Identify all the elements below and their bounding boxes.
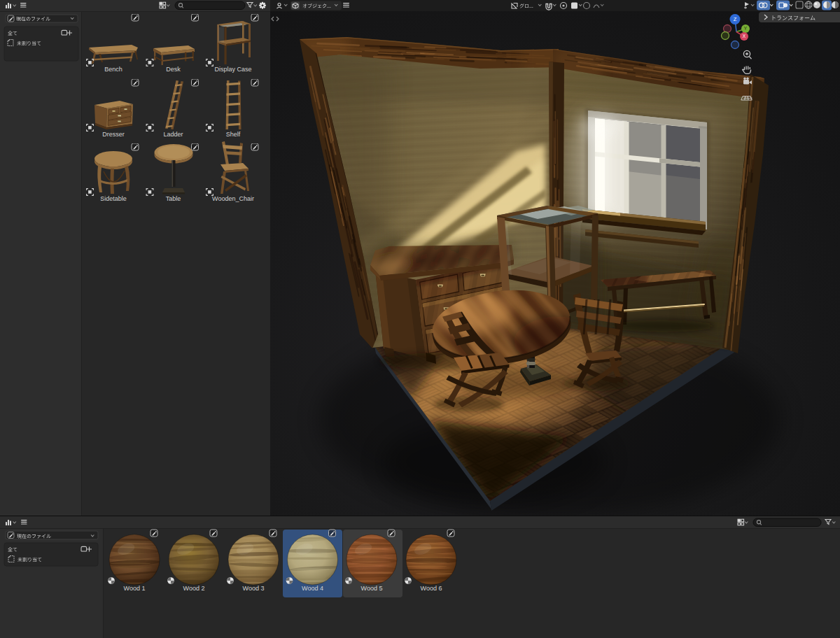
svg-text:X: X xyxy=(743,34,746,38)
svg-text:Y: Y xyxy=(744,26,748,31)
svg-text:Z: Z xyxy=(734,16,737,22)
